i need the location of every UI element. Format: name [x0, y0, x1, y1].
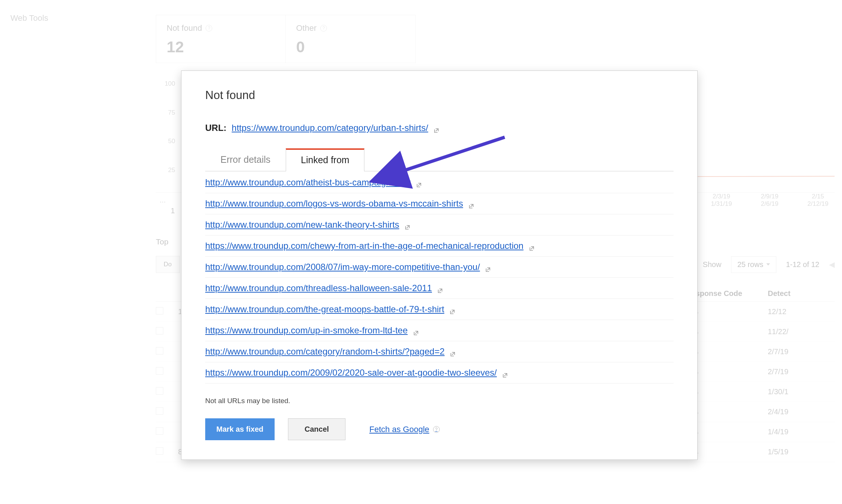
xtick: 2/3/19 — [705, 193, 738, 200]
card-other[interactable]: Other ? 0 — [286, 15, 416, 63]
row-checkbox[interactable] — [156, 307, 163, 314]
mark-as-fixed-button[interactable]: Mark as fixed — [205, 418, 275, 440]
row-code: 404 — [686, 428, 768, 436]
url-label: URL: — [205, 123, 226, 133]
external-link-icon[interactable] — [404, 222, 410, 228]
fetch-as-google-link[interactable]: Fetch as Google ? — [369, 425, 439, 434]
dialog-title: Not found — [205, 89, 674, 102]
linked-from-url[interactable]: https://www.troundup.com/2009/02/2020-sa… — [205, 368, 497, 378]
row-date: 1/30/1 — [768, 388, 835, 396]
row-code: 404 — [686, 307, 768, 316]
xtick: 2/6/19 — [753, 200, 786, 208]
linked-from-item: https://www.troundup.com/up-in-smoke-fro… — [205, 320, 674, 341]
list-heading: Top — [156, 237, 168, 246]
external-link-icon[interactable] — [468, 201, 474, 207]
row-code: 404 — [686, 327, 768, 336]
external-link-icon[interactable] — [449, 307, 455, 313]
external-link-icon[interactable] — [529, 243, 535, 249]
external-link-icon[interactable] — [416, 180, 422, 186]
row-checkbox[interactable] — [156, 347, 163, 355]
row-code: 404 — [686, 368, 768, 376]
row-checkbox[interactable] — [156, 367, 163, 375]
external-link-icon[interactable] — [485, 264, 491, 270]
rows-value: 25 rows — [737, 260, 763, 269]
linked-from-url[interactable]: http://www.troundup.com/new-tank-theory-… — [205, 220, 399, 230]
dialog-url-row: URL: https://www.troundup.com/category/u… — [205, 123, 674, 133]
external-link-icon[interactable] — [502, 370, 508, 376]
row-code: 404 — [686, 388, 768, 396]
row-checkbox[interactable] — [156, 327, 163, 335]
linked-from-item: https://www.troundup.com/2009/02/2020-sa… — [205, 362, 674, 383]
tab-error-details[interactable]: Error details — [205, 148, 286, 171]
xtick: 2/15 — [801, 193, 835, 200]
linked-from-item: http://www.troundup.com/logos-vs-words-o… — [205, 193, 674, 214]
linked-from-list: http://www.troundup.com/atheist-bus-camp… — [205, 172, 674, 383]
col-response-code: Response Code — [686, 289, 768, 298]
external-link-icon[interactable] — [450, 349, 456, 355]
row-date: 2/7/19 — [768, 368, 835, 376]
linked-from-url[interactable]: https://www.troundup.com/up-in-smoke-fro… — [205, 325, 408, 336]
row-date: 1/4/19 — [768, 428, 835, 436]
card-title-text: Not found — [167, 23, 202, 33]
card-title-text: Other — [296, 23, 317, 33]
summary-cards: Not found ? 12 Other ? 0 — [156, 15, 416, 63]
xtick: 2/9/19 — [753, 193, 786, 200]
row-date: 2/4/19 — [768, 408, 835, 416]
chevron-down-icon — [766, 263, 770, 266]
row-checkbox[interactable] — [156, 447, 163, 455]
linked-from-url[interactable]: http://www.troundup.com/category/random-… — [205, 346, 445, 357]
linked-from-item: http://www.troundup.com/threadless-hallo… — [205, 278, 674, 299]
external-link-icon[interactable] — [433, 125, 439, 131]
row-checkbox[interactable] — [156, 387, 163, 395]
row-code: 404 — [686, 408, 768, 416]
chart-yaxis: 100 75 50 25 — [156, 82, 178, 192]
col-detected: Detect — [768, 289, 835, 298]
linked-from-url[interactable]: http://www.troundup.com/threadless-hallo… — [205, 283, 432, 293]
tab-linked-from[interactable]: Linked from — [286, 148, 365, 171]
row-checkbox[interactable] — [156, 407, 163, 415]
ytick: 50 — [168, 138, 175, 145]
ytick: 100 — [165, 80, 175, 88]
linked-from-url[interactable]: https://www.troundup.com/chewy-from-art-… — [205, 241, 524, 251]
dialog-actions: Mark as fixed Cancel Fetch as Google ? — [205, 418, 674, 440]
row-code: 404 — [686, 448, 768, 456]
row-code: 404 — [686, 347, 768, 356]
row-date: 12/12 — [768, 307, 835, 316]
card-count: 0 — [296, 38, 405, 56]
linked-from-item: http://www.troundup.com/2008/07/im-way-m… — [205, 257, 674, 278]
linked-from-url[interactable]: http://www.troundup.com/2008/07/im-way-m… — [205, 262, 480, 272]
row-checkbox[interactable] — [156, 427, 163, 435]
linked-from-url[interactable]: http://www.troundup.com/atheist-bus-camp… — [205, 177, 411, 188]
xtick: 1/31/19 — [705, 200, 738, 208]
external-link-icon[interactable] — [413, 328, 419, 334]
ytick: 25 — [168, 167, 175, 174]
prev-icon[interactable]: ◀ — [829, 260, 835, 269]
linked-from-item: http://www.troundup.com/new-tank-theory-… — [205, 214, 674, 235]
xtick: 2/12/19 — [801, 200, 835, 208]
cancel-button[interactable]: Cancel — [288, 418, 346, 440]
linked-from-item: http://www.troundup.com/atheist-bus-camp… — [205, 172, 674, 193]
linked-from-item: https://www.troundup.com/chewy-from-art-… — [205, 235, 674, 257]
dialog-url-link[interactable]: https://www.troundup.com/category/urban-… — [232, 123, 428, 133]
card-not-found[interactable]: Not found ? 12 — [156, 15, 286, 63]
linked-from-url[interactable]: http://www.troundup.com/the-great-moops-… — [205, 304, 444, 314]
row-date: 11/22/ — [768, 327, 835, 336]
rows-dropdown[interactable]: 25 rows — [731, 256, 776, 273]
dialog-tabs: Error details Linked from — [205, 148, 674, 171]
help-icon[interactable]: ? — [433, 426, 440, 433]
row-date: 2/7/19 — [768, 347, 835, 356]
dialog-note: Not all URLs may be listed. — [205, 397, 674, 405]
help-icon[interactable]: ? — [206, 25, 212, 32]
not-found-dialog: Not found URL: https://www.troundup.com/… — [181, 70, 698, 460]
page-label: 1-12 of 12 — [786, 260, 819, 269]
external-link-icon[interactable] — [437, 286, 443, 291]
linked-from-item: http://www.troundup.com/category/random-… — [205, 341, 674, 362]
download-button[interactable]: Do — [156, 256, 180, 273]
help-icon[interactable]: ? — [320, 25, 327, 32]
fetch-label: Fetch as Google — [369, 425, 429, 434]
linked-from-url[interactable]: http://www.troundup.com/logos-vs-words-o… — [205, 198, 463, 209]
linked-from-item: http://www.troundup.com/the-great-moops-… — [205, 299, 674, 320]
rows-label: Show — [703, 260, 721, 269]
sidebar-title: Web Tools — [10, 13, 48, 23]
first-row-n: 1 — [171, 207, 175, 215]
